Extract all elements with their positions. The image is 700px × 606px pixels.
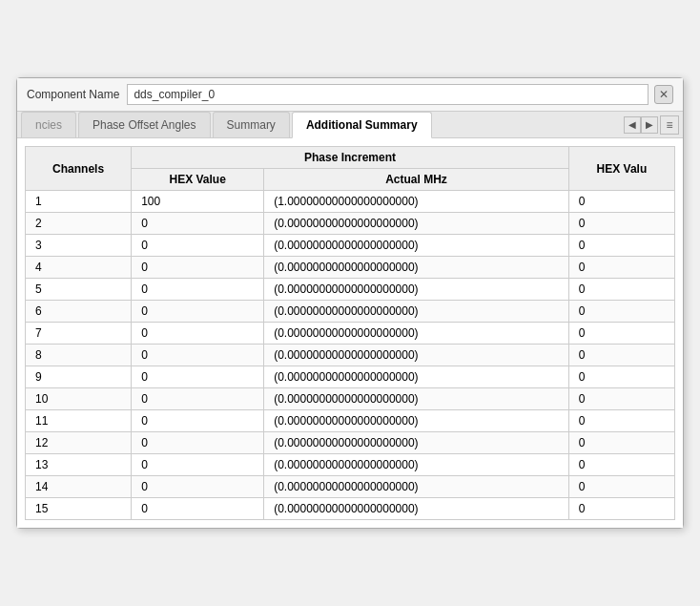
tab-next-button[interactable]: ▶ xyxy=(641,116,658,134)
cell-mhz: (0.00000000000000000000) xyxy=(264,257,569,279)
table-row: 6 0 (0.00000000000000000000) 0 xyxy=(26,301,675,323)
cell-mhz: (0.00000000000000000000) xyxy=(264,410,569,432)
cell-mhz: (0.00000000000000000000) xyxy=(264,279,569,301)
component-name-input[interactable] xyxy=(127,84,649,105)
tab-navigation: ◀ ▶ ≡ xyxy=(624,112,679,137)
cell-hex: 0 xyxy=(132,301,264,323)
cell-mhz: (0.00000000000000000000) xyxy=(264,498,569,520)
table-row: 5 0 (0.00000000000000000000) 0 xyxy=(26,279,675,301)
cell-hex2: 0 xyxy=(568,476,674,498)
tab-additional-summary-label: Additional Summary xyxy=(306,118,418,132)
cell-hex: 100 xyxy=(132,191,264,213)
cell-hex2: 0 xyxy=(568,366,674,388)
cell-hex2: 0 xyxy=(568,279,674,301)
cell-mhz: (1.00000000000000000000) xyxy=(264,191,569,213)
cell-mhz: (0.00000000000000000000) xyxy=(264,454,569,476)
menu-icon: ≡ xyxy=(666,118,672,132)
table-row: 2 0 (0.00000000000000000000) 0 xyxy=(26,213,675,235)
cell-mhz: (0.00000000000000000000) xyxy=(264,323,569,345)
content-area: Channels Phase Increment HEX Valu HEX Va… xyxy=(17,138,683,528)
cell-mhz: (0.00000000000000000000) xyxy=(264,366,569,388)
cell-hex2: 0 xyxy=(568,410,674,432)
data-table: Channels Phase Increment HEX Valu HEX Va… xyxy=(25,146,675,520)
table-row: 3 0 (0.00000000000000000000) 0 xyxy=(26,235,675,257)
cell-mhz: (0.00000000000000000000) xyxy=(264,235,569,257)
cell-channel: 3 xyxy=(26,235,132,257)
cell-mhz: (0.00000000000000000000) xyxy=(264,345,569,366)
cell-hex: 0 xyxy=(132,388,264,410)
table-body: 1 100 (1.00000000000000000000) 0 2 0 (0.… xyxy=(26,191,675,520)
tab-menu-button[interactable]: ≡ xyxy=(660,115,679,135)
cell-mhz: (0.00000000000000000000) xyxy=(264,213,569,235)
cell-channel: 14 xyxy=(26,476,132,498)
cell-hex: 0 xyxy=(132,476,264,498)
tab-additional-summary[interactable]: Additional Summary xyxy=(292,112,432,138)
cell-channel: 8 xyxy=(26,345,132,366)
table-row: 12 0 (0.00000000000000000000) 0 xyxy=(26,432,675,454)
table-container: Channels Phase Increment HEX Valu HEX Va… xyxy=(25,146,675,520)
table-row: 7 0 (0.00000000000000000000) 0 xyxy=(26,323,675,345)
cell-hex2: 0 xyxy=(568,432,674,454)
cell-hex: 0 xyxy=(132,279,264,301)
tab-phase-offset[interactable]: Phase Offset Angles xyxy=(78,112,211,137)
table-row: 8 0 (0.00000000000000000000) 0 xyxy=(26,345,675,366)
cell-hex2: 0 xyxy=(568,191,674,213)
next-icon: ▶ xyxy=(646,119,653,130)
tab-summary[interactable]: Summary xyxy=(213,112,290,137)
cell-channel: 2 xyxy=(26,213,132,235)
cell-channel: 15 xyxy=(26,498,132,520)
cell-channel: 11 xyxy=(26,410,132,432)
cell-hex2: 0 xyxy=(568,498,674,520)
cell-hex2: 0 xyxy=(568,301,674,323)
table-row: 4 0 (0.00000000000000000000) 0 xyxy=(26,257,675,279)
cell-mhz: (0.00000000000000000000) xyxy=(264,476,569,498)
hex-value-header: HEX Value xyxy=(132,169,264,191)
cell-channel: 12 xyxy=(26,432,132,454)
cell-hex: 0 xyxy=(132,498,264,520)
close-icon: ✕ xyxy=(659,88,669,101)
channel-header: Channels xyxy=(26,147,132,191)
cell-channel: 6 xyxy=(26,301,132,323)
close-button[interactable]: ✕ xyxy=(654,85,673,104)
cell-channel: 5 xyxy=(26,279,132,301)
cell-hex2: 0 xyxy=(568,323,674,345)
cell-hex: 0 xyxy=(132,235,264,257)
cell-hex: 0 xyxy=(132,410,264,432)
cell-hex2: 0 xyxy=(568,257,674,279)
tab-frequencies-label: ncies xyxy=(35,118,62,132)
actual-mhz-header: Actual MHz xyxy=(264,169,569,191)
table-row: 13 0 (0.00000000000000000000) 0 xyxy=(26,454,675,476)
title-bar: Component Name ✕ xyxy=(17,78,683,112)
tab-frequencies[interactable]: ncies xyxy=(21,112,76,137)
cell-mhz: (0.00000000000000000000) xyxy=(264,388,569,410)
prev-icon: ◀ xyxy=(628,119,636,130)
cell-hex: 0 xyxy=(132,257,264,279)
cell-hex: 0 xyxy=(132,454,264,476)
cell-channel: 13 xyxy=(26,454,132,476)
cell-hex2: 0 xyxy=(568,345,674,366)
cell-channel: 1 xyxy=(26,191,132,213)
component-name-label: Component Name xyxy=(27,88,119,101)
cell-hex: 0 xyxy=(132,323,264,345)
tabs-bar: ncies Phase Offset Angles Summary Additi… xyxy=(17,112,683,138)
table-row: 1 100 (1.00000000000000000000) 0 xyxy=(26,191,675,213)
cell-hex2: 0 xyxy=(568,388,674,410)
table-row: 10 0 (0.00000000000000000000) 0 xyxy=(26,388,675,410)
table-row: 15 0 (0.00000000000000000000) 0 xyxy=(26,498,675,520)
cell-hex: 0 xyxy=(132,432,264,454)
cell-hex: 0 xyxy=(132,366,264,388)
tab-prev-button[interactable]: ◀ xyxy=(624,116,641,134)
tab-phase-offset-label: Phase Offset Angles xyxy=(93,118,196,132)
cell-mhz: (0.00000000000000000000) xyxy=(264,432,569,454)
table-row: 11 0 (0.00000000000000000000) 0 xyxy=(26,410,675,432)
cell-channel: 10 xyxy=(26,388,132,410)
main-window: Component Name ✕ ncies Phase Offset Angl… xyxy=(16,77,684,529)
tab-summary-label: Summary xyxy=(227,118,276,132)
col3-header: HEX Valu xyxy=(568,147,674,191)
cell-hex2: 0 xyxy=(568,213,674,235)
cell-hex: 0 xyxy=(132,213,264,235)
phase-increment-header: Phase Increment xyxy=(132,147,569,169)
cell-hex2: 0 xyxy=(568,454,674,476)
cell-channel: 7 xyxy=(26,323,132,345)
table-group-header: Channels Phase Increment HEX Valu xyxy=(26,147,675,169)
